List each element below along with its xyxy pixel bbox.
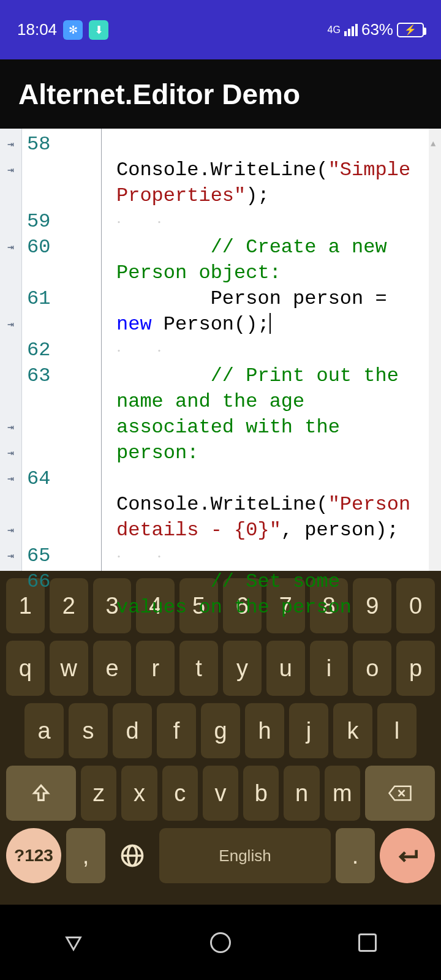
nav-home-icon <box>210 932 231 953</box>
code-line[interactable]: Person person = new Person(); <box>116 286 421 337</box>
status-left: 18:04 ✻ ⬇ <box>17 20 108 40</box>
line-number: 62 <box>27 337 101 363</box>
code-line[interactable]: // Print out the name and the age associ… <box>116 363 421 466</box>
fold-handle-icon[interactable]: ⇥ <box>0 312 21 337</box>
globe-icon <box>119 842 146 869</box>
key-letter-j[interactable]: j <box>289 703 328 758</box>
fold-handle-icon[interactable]: ⇥ <box>0 132 21 157</box>
fold-handle-icon[interactable]: ⇥ <box>0 415 21 440</box>
code-line[interactable]: ⸱ ⸱ <box>116 337 421 363</box>
key-letter-l[interactable]: l <box>377 703 417 758</box>
kb-row-qwerty: qwertyuiop <box>6 641 435 696</box>
key-letter-s[interactable]: s <box>69 703 108 758</box>
backspace-icon <box>388 784 412 802</box>
android-nav-bar <box>0 905 441 980</box>
key-letter-u[interactable]: u <box>266 641 305 696</box>
line-number: 60 <box>27 235 101 260</box>
key-letter-y[interactable]: y <box>223 641 262 696</box>
nav-back-icon <box>63 932 84 953</box>
shift-icon <box>31 783 51 804</box>
fold-handle-icon[interactable]: ⇥ <box>0 157 21 183</box>
key-letter-n[interactable]: n <box>284 766 319 821</box>
period-key[interactable]: . <box>336 828 375 883</box>
key-letter-f[interactable]: f <box>157 703 196 758</box>
key-letter-r[interactable]: r <box>136 641 175 696</box>
battery-pct: 63% <box>361 20 393 39</box>
nav-back[interactable] <box>61 930 86 955</box>
key-letter-p[interactable]: p <box>396 641 435 696</box>
app-title: Alternet.Editor Demo <box>18 78 300 111</box>
line-number: 66 <box>27 569 101 595</box>
fold-handle-icon[interactable]: ⇥ <box>0 440 21 466</box>
nav-home[interactable] <box>208 930 233 955</box>
fold-handle-icon[interactable]: ⇥ <box>0 466 21 492</box>
key-letter-w[interactable]: w <box>50 641 88 696</box>
app-bar: Alternet.Editor Demo <box>0 59 441 129</box>
key-letter-i[interactable]: i <box>310 641 349 696</box>
key-letter-h[interactable]: h <box>245 703 284 758</box>
line-number: 64 <box>27 466 101 492</box>
status-right: 4G 63% ⚡ <box>328 20 424 39</box>
status-bar: 18:04 ✻ ⬇ 4G 63% ⚡ <box>0 0 441 59</box>
key-letter-z[interactable]: z <box>81 766 116 821</box>
key-letter-b[interactable]: b <box>243 766 279 821</box>
status-icon-1: ✻ <box>63 20 83 40</box>
line-number-gutter: 585960616263646566 <box>22 129 102 571</box>
fold-handle-icon[interactable]: ⇥ <box>0 543 21 569</box>
code-line[interactable]: // Create a new Person object: <box>116 235 421 286</box>
key-letter-c[interactable]: c <box>162 766 198 821</box>
key-letter-a[interactable]: a <box>24 703 64 758</box>
key-letter-d[interactable]: d <box>113 703 152 758</box>
scroll-up-icon[interactable]: ▲ <box>431 131 435 157</box>
clock: 18:04 <box>17 20 57 39</box>
key-letter-k[interactable]: k <box>333 703 372 758</box>
code-area[interactable]: Console.WriteLine("Simple Properties");⸱… <box>102 129 429 571</box>
key-letter-v[interactable]: v <box>203 766 238 821</box>
key-letter-x[interactable]: x <box>121 766 157 821</box>
code-line[interactable]: Console.WriteLine("Simple Properties"); <box>116 132 421 209</box>
line-number: 59 <box>27 209 101 235</box>
kb-row-bottom: ?123 , English . <box>6 828 435 883</box>
line-number: 65 <box>27 543 101 569</box>
line-number: 61 <box>27 286 101 312</box>
backspace-key[interactable] <box>365 766 435 821</box>
kb-row-asdf: asdfghjkl <box>6 703 435 758</box>
network-type: 4G <box>328 24 341 36</box>
code-line[interactable]: ⸱ ⸱ <box>116 209 421 235</box>
code-line[interactable]: Console.WriteLine("Person details - {0}"… <box>116 466 421 543</box>
code-editor[interactable]: ⇥⇥⇥⇥⇥⇥⇥⇥⇥ 585960616263646566 Console.Wri… <box>0 129 441 571</box>
fold-handle-icon[interactable]: ⇥ <box>0 235 21 260</box>
key-letter-e[interactable]: e <box>93 641 132 696</box>
enter-key[interactable] <box>380 828 435 883</box>
key-letter-g[interactable]: g <box>201 703 240 758</box>
shift-key[interactable] <box>6 766 76 821</box>
space-key[interactable]: English <box>159 828 331 883</box>
key-letter-m[interactable]: m <box>325 766 360 821</box>
globe-key[interactable] <box>110 828 154 883</box>
kb-row-zxcv: zxcvbnm <box>6 766 435 821</box>
nav-recents-icon <box>358 933 377 952</box>
line-number: 58 <box>27 132 101 157</box>
soft-keyboard: 1234567890 qwertyuiop asdfghjkl zxcvbnm … <box>0 571 441 905</box>
vertical-scrollbar[interactable]: ▲ <box>429 129 441 571</box>
key-letter-q[interactable]: q <box>6 641 45 696</box>
key-letter-o[interactable]: o <box>353 641 391 696</box>
symbols-key[interactable]: ?123 <box>6 828 61 883</box>
nav-recents[interactable] <box>355 930 380 955</box>
line-number: 63 <box>27 363 101 389</box>
status-icon-2: ⬇ <box>89 20 108 40</box>
fold-handle-icon[interactable]: ⇥ <box>0 518 21 543</box>
key-letter-t[interactable]: t <box>179 641 218 696</box>
code-line[interactable]: ⸱ ⸱ <box>116 543 421 569</box>
signal-icon <box>344 24 358 36</box>
enter-icon <box>394 842 421 869</box>
fold-gutter[interactable]: ⇥⇥⇥⇥⇥⇥⇥⇥⇥ <box>0 129 22 571</box>
comma-key[interactable]: , <box>66 828 105 883</box>
battery-icon: ⚡ <box>397 23 424 37</box>
code-line[interactable]: // Set some values on the person <box>116 569 421 620</box>
